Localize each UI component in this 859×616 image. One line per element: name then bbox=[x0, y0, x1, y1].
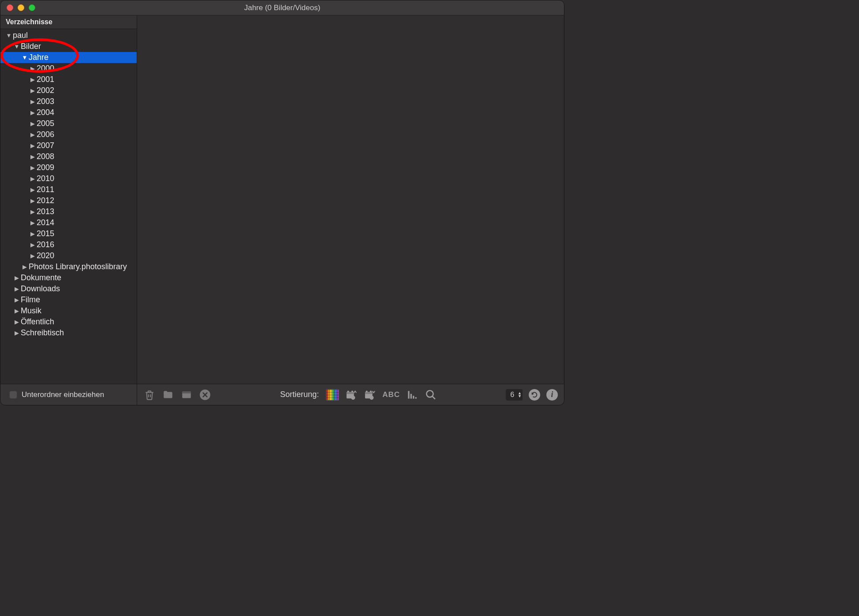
svg-point-5 bbox=[348, 391, 349, 392]
disclosure-right-icon[interactable]: ▶ bbox=[14, 275, 20, 281]
disclosure-down-icon[interactable]: ▼ bbox=[22, 54, 28, 61]
tree-item[interactable]: ▶2005 bbox=[0, 118, 137, 129]
disclosure-right-icon[interactable]: ▶ bbox=[14, 319, 20, 325]
disclosure-down-icon[interactable]: ▼ bbox=[14, 43, 20, 50]
tree-item-label: 2015 bbox=[37, 229, 54, 238]
zoom-window-button[interactable] bbox=[29, 4, 35, 11]
disclosure-right-icon[interactable]: ▶ bbox=[30, 186, 36, 193]
tree-item-label: Dokumente bbox=[21, 273, 61, 282]
tree-item[interactable]: ▼Bilder bbox=[0, 41, 137, 52]
svg-rect-19 bbox=[413, 396, 414, 399]
disclosure-right-icon[interactable]: ▶ bbox=[30, 230, 36, 237]
tree-item-label: 2008 bbox=[37, 152, 54, 161]
tree-item[interactable]: ▶2010 bbox=[0, 173, 137, 184]
disclosure-down-icon[interactable]: ▼ bbox=[6, 32, 12, 39]
stepper-arrows-icon[interactable]: ▲▼ bbox=[518, 392, 522, 398]
tree-item[interactable]: ▶2002 bbox=[0, 85, 137, 96]
tree-item[interactable]: ▶2011 bbox=[0, 184, 137, 195]
tree-item-label: 2001 bbox=[37, 75, 54, 84]
info-button[interactable]: i bbox=[546, 389, 558, 401]
tree-item[interactable]: ▶Öffentlich bbox=[0, 316, 137, 327]
tree-item[interactable]: ▶2007 bbox=[0, 140, 137, 151]
disclosure-right-icon[interactable]: ▶ bbox=[30, 120, 36, 127]
tree-item-label: 2006 bbox=[37, 130, 54, 139]
tree-item-label: 2011 bbox=[37, 185, 54, 194]
tree-item-label: 2002 bbox=[37, 86, 54, 95]
search-icon[interactable] bbox=[425, 389, 437, 401]
sort-label: Sortierung: bbox=[280, 390, 319, 399]
tree-item[interactable]: ▶2009 bbox=[0, 162, 137, 173]
tree-item[interactable]: ▶2004 bbox=[0, 107, 137, 118]
tree-item[interactable]: ▼paul bbox=[0, 30, 137, 41]
tree-item[interactable]: ▶Dokumente bbox=[0, 272, 137, 283]
sort-bars-icon[interactable] bbox=[406, 389, 418, 401]
tree-item-label: Jahre bbox=[29, 53, 49, 62]
tree-item[interactable]: ▶Schreibtisch bbox=[0, 327, 137, 338]
footer-right: Sortierung: bbox=[137, 389, 564, 401]
disclosure-right-icon[interactable]: ▶ bbox=[30, 241, 36, 248]
tree-item[interactable]: ▶Downloads bbox=[0, 283, 137, 294]
page-stepper[interactable]: 6 ▲▼ bbox=[506, 389, 523, 401]
refresh-button[interactable] bbox=[529, 389, 540, 401]
minimize-window-button[interactable] bbox=[18, 4, 24, 11]
svg-line-22 bbox=[432, 396, 435, 399]
sort-calendar-up-icon[interactable] bbox=[345, 389, 358, 401]
disclosure-right-icon[interactable]: ▶ bbox=[30, 65, 36, 72]
disclosure-right-icon[interactable]: ▶ bbox=[14, 297, 20, 303]
disclosure-right-icon[interactable]: ▶ bbox=[30, 153, 36, 160]
sort-calendar-down-icon[interactable] bbox=[364, 389, 376, 401]
tree-item[interactable]: ▶Filme bbox=[0, 294, 137, 305]
tree-item-label: Schreibtisch bbox=[21, 328, 64, 338]
disclosure-right-icon[interactable]: ▶ bbox=[30, 164, 36, 171]
tree-item-label: Musik bbox=[21, 306, 41, 315]
tree-item[interactable]: ▶2008 bbox=[0, 151, 137, 162]
tree-item[interactable]: ▶2013 bbox=[0, 206, 137, 217]
sort-color-grid-icon[interactable] bbox=[326, 389, 339, 401]
disclosure-right-icon[interactable]: ▶ bbox=[14, 286, 20, 292]
tree-item-label: 2013 bbox=[37, 207, 54, 216]
tree-item[interactable]: ▶2003 bbox=[0, 96, 137, 107]
tree-item[interactable]: ▶Musik bbox=[0, 305, 137, 316]
disclosure-right-icon[interactable]: ▶ bbox=[30, 208, 36, 215]
tree-item[interactable]: ▶2015 bbox=[0, 228, 137, 239]
disclosure-right-icon[interactable]: ▶ bbox=[14, 308, 20, 314]
tree-item[interactable]: ▶2006 bbox=[0, 129, 137, 140]
disclosure-right-icon[interactable]: ▶ bbox=[30, 131, 36, 138]
cancel-icon[interactable] bbox=[199, 389, 211, 401]
disclosure-right-icon[interactable]: ▶ bbox=[30, 98, 36, 105]
folder-tree[interactable]: ▼paul▼Bilder▼Jahre▶2000▶2001▶2002▶2003▶2… bbox=[0, 29, 137, 384]
disclosure-right-icon[interactable]: ▶ bbox=[30, 175, 36, 182]
folder-icon[interactable] bbox=[162, 389, 174, 401]
tree-item[interactable]: ▶2001 bbox=[0, 74, 137, 85]
disclosure-right-icon[interactable]: ▶ bbox=[30, 219, 36, 226]
tree-item-label: 2010 bbox=[37, 174, 54, 183]
tree-item-label: Downloads bbox=[21, 284, 60, 293]
trash-icon[interactable] bbox=[143, 389, 156, 401]
include-subfolders-label: Unterordner einbeziehen bbox=[22, 390, 104, 399]
disclosure-right-icon[interactable]: ▶ bbox=[14, 330, 20, 336]
app-window: Jahre (0 Bilder/Videos) Verzeichnisse ▼p… bbox=[0, 0, 564, 405]
tree-item[interactable]: ▶2020 bbox=[0, 250, 137, 261]
window-view-icon[interactable] bbox=[180, 389, 193, 401]
disclosure-right-icon[interactable]: ▶ bbox=[30, 87, 36, 94]
tree-item-label: paul bbox=[13, 31, 28, 40]
disclosure-right-icon[interactable]: ▶ bbox=[30, 252, 36, 259]
tree-item[interactable]: ▶2014 bbox=[0, 217, 137, 228]
disclosure-right-icon[interactable]: ▶ bbox=[22, 263, 28, 270]
disclosure-right-icon[interactable]: ▶ bbox=[30, 142, 36, 149]
disclosure-right-icon[interactable]: ▶ bbox=[30, 76, 36, 83]
tree-item[interactable]: ▶2016 bbox=[0, 239, 137, 250]
tree-item[interactable]: ▶2000 bbox=[0, 63, 137, 74]
disclosure-right-icon[interactable]: ▶ bbox=[30, 109, 36, 116]
footer-left: Unterordner einbeziehen bbox=[0, 384, 137, 405]
sidebar: Verzeichnisse ▼paul▼Bilder▼Jahre▶2000▶20… bbox=[0, 15, 137, 384]
tree-item[interactable]: ▶2012 bbox=[0, 195, 137, 206]
disclosure-right-icon[interactable]: ▶ bbox=[30, 197, 36, 204]
close-window-button[interactable] bbox=[7, 4, 13, 11]
tree-item[interactable]: ▶Photos Library.photoslibrary bbox=[0, 261, 137, 272]
tree-item-label: 2005 bbox=[37, 119, 54, 128]
tree-item[interactable]: ▼Jahre bbox=[0, 52, 137, 63]
include-subfolders-checkbox[interactable] bbox=[9, 391, 17, 399]
tree-item-label: 2016 bbox=[37, 240, 54, 249]
sort-alpha-icon[interactable]: ABC bbox=[382, 390, 400, 399]
